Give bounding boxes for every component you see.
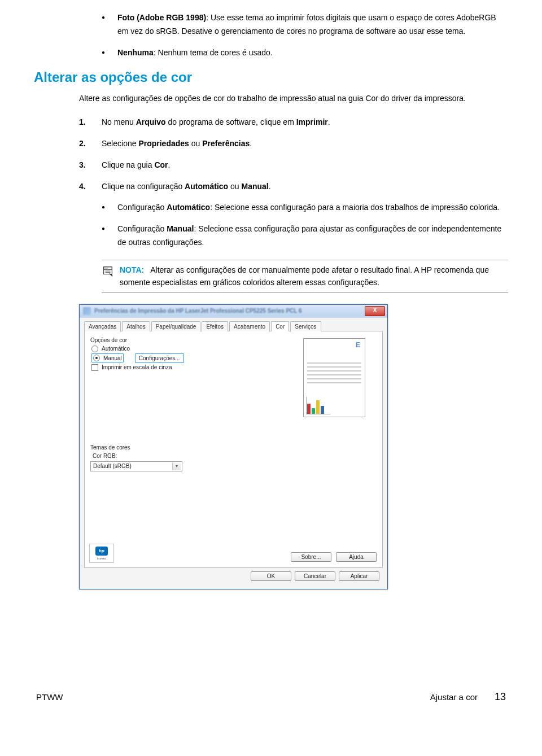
- footer-section: Ajustar a cor: [430, 692, 478, 702]
- rgb-select[interactable]: Default (sRGB) ▾: [90, 461, 182, 471]
- note-label: NOTA:: [120, 265, 144, 274]
- tab-servicos[interactable]: Serviços: [290, 321, 321, 331]
- chevron-down-icon: ▾: [172, 462, 181, 470]
- configurations-button[interactable]: Configurações...: [137, 355, 182, 362]
- bullet-text: : Nenhum tema de cores é usado.: [154, 48, 273, 57]
- bullet-item: Foto (Adobe RGB 1998): Use esse tema ao …: [102, 11, 508, 38]
- preview-lines: [306, 360, 362, 386]
- sub-bullet-item: Configuração Manual: Selecione essa conf…: [102, 222, 508, 250]
- radio-label: Automático: [102, 346, 130, 352]
- select-value: Default (sRGB): [93, 463, 132, 469]
- footer-left: PTWW: [36, 692, 63, 702]
- radio-label: Manual: [103, 355, 122, 361]
- svg-rect-0: [104, 266, 112, 274]
- tab-acabamento[interactable]: Acabamento: [229, 321, 270, 331]
- tab-efeitos[interactable]: Efeitos: [202, 321, 228, 331]
- intro-paragraph: Altere as configurações de opções de cor…: [34, 92, 508, 106]
- tab-avancadas[interactable]: Avançadas: [84, 321, 121, 331]
- bullet-bold: Foto (Adobe RGB 1998): [117, 13, 206, 22]
- bullet-bold: Nenhuma: [117, 48, 154, 57]
- close-button[interactable]: X: [365, 306, 385, 316]
- dialog-tabs: Avançadas Atalhos Papel/qualidade Efeito…: [84, 321, 383, 331]
- hp-logo: hp invent: [89, 544, 114, 563]
- group-title: Temas de cores: [90, 444, 377, 451]
- radio-icon: [93, 355, 100, 361]
- dialog-titlebar: Preferências de Impressão da HP LaserJet…: [80, 305, 387, 317]
- preview-chart-icon: [306, 397, 330, 414]
- step-item: 1. No menu Arquivo do programa de softwa…: [79, 116, 508, 129]
- sub-bullet-list: Configuração Automático: Selecione essa …: [102, 201, 508, 249]
- numbered-steps: 1. No menu Arquivo do programa de softwa…: [34, 116, 508, 250]
- page-preview: E: [303, 338, 365, 417]
- dialog-title: Preferências de Impressão da HP LaserJet…: [94, 308, 302, 314]
- top-bullet-list: Foto (Adobe RGB 1998): Use esse tema ao …: [34, 11, 508, 59]
- svg-point-2: [105, 268, 106, 268]
- checkbox-icon: [91, 364, 98, 371]
- note-text: NOTA: Alterar as configurações de cor ma…: [120, 264, 508, 289]
- tab-cor[interactable]: Cor: [271, 321, 289, 331]
- note-icon: [102, 264, 114, 279]
- dialog-footer: OK Cancelar Aplicar: [84, 568, 383, 584]
- step-item: 2. Selecione Propriedades ou Preferência…: [79, 137, 508, 151]
- step-number: 2.: [79, 137, 86, 151]
- apply-button[interactable]: Aplicar: [339, 571, 379, 581]
- field-label: Cor RGB:: [93, 453, 377, 459]
- sub-bullet-item: Configuração Automático: Selecione essa …: [102, 201, 508, 215]
- step-item: 4. Clique na configuração Automático ou …: [79, 180, 508, 250]
- page-number: 13: [495, 691, 506, 703]
- help-button[interactable]: Ajuda: [336, 552, 377, 562]
- printer-icon: [83, 307, 91, 315]
- step-item: 3. Clique na guia Cor.: [79, 159, 508, 172]
- preview-letter: E: [306, 341, 362, 349]
- step-number: 4.: [79, 180, 86, 194]
- tab-atalhos[interactable]: Atalhos: [122, 321, 150, 331]
- dialog-screenshot: Preferências de Impressão da HP LaserJet…: [79, 304, 508, 589]
- checkbox-label: Imprimir em escala de cinza: [102, 364, 172, 370]
- note-body: Alterar as configurações de cor manualme…: [120, 265, 489, 287]
- note-box: NOTA: Alterar as configurações de cor ma…: [102, 260, 508, 293]
- bullet-item: Nenhuma: Nenhum tema de cores é usado.: [102, 46, 508, 60]
- svg-point-4: [107, 268, 108, 268]
- svg-point-3: [106, 268, 107, 268]
- step-number: 1.: [79, 116, 86, 129]
- page-footer: PTWW Ajustar a cor 13: [34, 691, 508, 703]
- radio-icon: [91, 346, 98, 352]
- ok-button[interactable]: OK: [251, 571, 291, 581]
- about-button[interactable]: Sobre...: [291, 552, 331, 562]
- cancel-button[interactable]: Cancelar: [295, 571, 335, 581]
- step-number: 3.: [79, 159, 86, 172]
- group-temas-cores: Temas de cores Cor RGB: Default (sRGB) ▾: [90, 444, 377, 471]
- tab-papel-qualidade[interactable]: Papel/qualidade: [151, 321, 201, 331]
- tab-panel-cor: Opções de cor Automático Manual Config: [84, 331, 383, 568]
- section-heading: Alterar as opções de cor: [34, 69, 508, 85]
